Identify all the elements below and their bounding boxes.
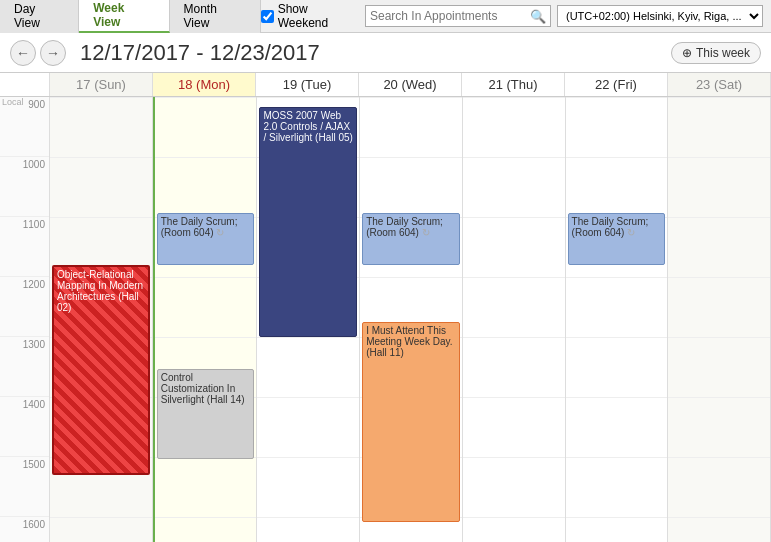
- day-header-wed: 20 (Wed): [359, 73, 462, 96]
- toolbar-right: Show Weekend 🔍 (UTC+02:00) Helsinki, Kyi…: [261, 2, 771, 30]
- time-1400: 1400: [0, 397, 49, 457]
- event-daily-scrum-wed[interactable]: The Daily Scrum; (Room 604) ↻: [362, 213, 460, 265]
- show-weekend-checkbox[interactable]: [261, 10, 274, 23]
- time-1200: 1200: [0, 277, 49, 337]
- day-header-tue: 19 (Tue): [256, 73, 359, 96]
- day-col-fri[interactable]: The Daily Scrum; (Room 604) ↻: [566, 97, 669, 542]
- time-col-header: [0, 73, 50, 96]
- day-header-thu: 21 (Thu): [462, 73, 565, 96]
- tab-month[interactable]: Month View: [170, 0, 261, 33]
- event-control-customization[interactable]: Control Customization In Silverlight (Ha…: [157, 369, 255, 459]
- show-weekend-text: Show Weekend: [278, 2, 359, 30]
- event-title: The Daily Scrum; (Room 604): [366, 216, 443, 238]
- event-title: The Daily Scrum; (Room 604): [572, 216, 649, 238]
- prev-button[interactable]: ←: [10, 40, 36, 66]
- calendar-container: 17 (Sun) 18 (Mon) 19 (Tue) 20 (Wed) 21 (…: [0, 73, 771, 542]
- day-col-tue[interactable]: MOSS 2007 Web 2.0 Controls / AJAX / Silv…: [257, 97, 360, 542]
- toolbar: Day View Week View Month View Show Weeke…: [0, 0, 771, 33]
- date-range-title: 12/17/2017 - 12/23/2017: [80, 40, 661, 66]
- event-title: I Must Attend This Meeting Week Day. (Ha…: [366, 325, 452, 358]
- event-i-must-attend[interactable]: I Must Attend This Meeting Week Day. (Ha…: [362, 322, 460, 522]
- next-button[interactable]: →: [40, 40, 66, 66]
- time-1500: 1500: [0, 457, 49, 517]
- day-headers: 17 (Sun) 18 (Mon) 19 (Tue) 20 (Wed) 21 (…: [0, 73, 771, 97]
- timezone-select[interactable]: (UTC+02:00) Helsinki, Kyiv, Riga, ...: [557, 5, 763, 27]
- tab-day[interactable]: Day View: [0, 0, 79, 33]
- event-title: MOSS 2007 Web 2.0 Controls / AJAX / Silv…: [263, 110, 352, 143]
- event-title: Control Customization In Silverlight (Ha…: [161, 372, 245, 405]
- show-weekend-label[interactable]: Show Weekend: [261, 2, 359, 30]
- event-daily-scrum-mon[interactable]: The Daily Scrum; (Room 604) ↻: [157, 213, 255, 265]
- time-1300: 1300: [0, 337, 49, 397]
- day-col-sun[interactable]: Object-Relational Mapping In Modern Arch…: [50, 97, 153, 542]
- day-header-sun: 17 (Sun): [50, 73, 153, 96]
- local-label: Local: [2, 97, 24, 107]
- search-box: 🔍: [365, 5, 551, 27]
- day-columns: Object-Relational Mapping In Modern Arch…: [50, 97, 771, 542]
- this-week-button[interactable]: ⊕ This week: [671, 42, 761, 64]
- nav-row: ← → 12/17/2017 - 12/23/2017 ⊕ This week: [0, 33, 771, 73]
- event-title: Object-Relational Mapping In Modern Arch…: [57, 269, 143, 313]
- time-1600: 1600: [0, 517, 49, 542]
- time-1000: 1000: [0, 157, 49, 217]
- refresh-icon: ↻: [627, 227, 635, 238]
- tab-week[interactable]: Week View: [79, 0, 169, 33]
- day-header-sat: 23 (Sat): [668, 73, 771, 96]
- event-daily-scrum-fri[interactable]: The Daily Scrum; (Room 604) ↻: [568, 213, 666, 265]
- day-header-fri: 22 (Fri): [565, 73, 668, 96]
- day-col-wed[interactable]: The Daily Scrum; (Room 604) ↻ I Must Att…: [360, 97, 463, 542]
- event-moss-2007[interactable]: MOSS 2007 Web 2.0 Controls / AJAX / Silv…: [259, 107, 357, 337]
- day-col-mon[interactable]: The Daily Scrum; (Room 604) ↻ Control Cu…: [153, 97, 258, 542]
- search-icon[interactable]: 🔍: [530, 9, 546, 24]
- refresh-icon: ↻: [422, 227, 430, 238]
- search-input[interactable]: [370, 9, 530, 23]
- day-col-thu[interactable]: [463, 97, 566, 542]
- time-1100: 1100: [0, 217, 49, 277]
- event-title: The Daily Scrum; (Room 604): [161, 216, 238, 238]
- this-week-label: This week: [696, 46, 750, 60]
- day-header-mon: 18 (Mon): [153, 73, 256, 96]
- day-col-sat[interactable]: [668, 97, 771, 542]
- refresh-icon: ↻: [216, 227, 224, 238]
- circle-right-icon: ⊕: [682, 46, 692, 60]
- event-object-relational[interactable]: Object-Relational Mapping In Modern Arch…: [52, 265, 150, 475]
- calendar-body: Local 900 1000 1100 1200 1300 1400 1500 …: [0, 97, 771, 542]
- time-column: Local 900 1000 1100 1200 1300 1400 1500 …: [0, 97, 50, 542]
